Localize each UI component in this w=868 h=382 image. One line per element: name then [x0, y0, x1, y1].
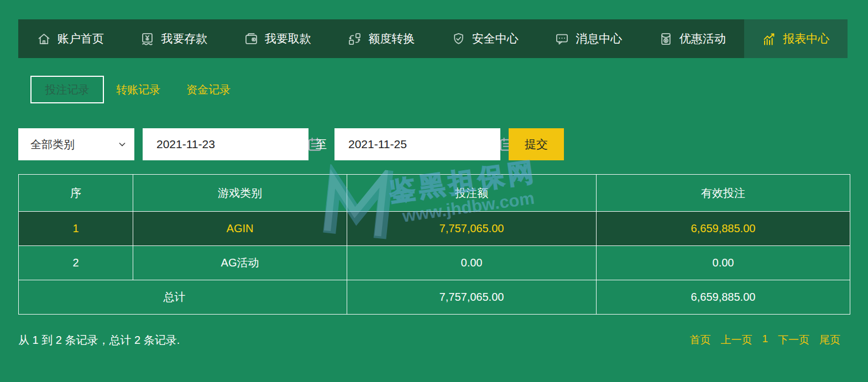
tab-label: 投注记录 [45, 82, 90, 97]
shield-check-icon [451, 32, 466, 46]
nav-item-security-center[interactable]: 安全中心 [433, 19, 537, 58]
main-nav: 账户首页 我要存款 我要取款 [18, 19, 848, 58]
home-icon [36, 32, 51, 46]
date-from-field [143, 128, 308, 160]
cell-index: 2 [19, 246, 133, 280]
nav-label: 报表中心 [783, 31, 829, 46]
total-bet-amount: 7,757,065.00 [347, 280, 597, 315]
tab-label: 资金记录 [186, 82, 231, 97]
withdraw-wallet-icon [244, 32, 259, 46]
cell-game-name[interactable]: AGIN [133, 212, 347, 246]
deposit-icon [140, 32, 155, 46]
bet-records-table: 序 游戏类别 投注额 有效投注 1 AGIN 7,757,065.00 6,65… [18, 174, 850, 315]
report-center-page: 账户首页 我要存款 我要取款 [0, 0, 868, 382]
nav-item-report-center[interactable]: 报表中心 [744, 19, 848, 58]
submit-button[interactable]: 提交 [509, 128, 564, 160]
transfer-swap-icon [347, 32, 362, 46]
nav-label: 安全中心 [472, 31, 519, 46]
table-header-row: 序 游戏类别 投注额 有效投注 [19, 175, 850, 212]
nav-label: 优惠活动 [679, 31, 726, 46]
nav-label: 账户首页 [57, 31, 104, 46]
total-label: 总计 [19, 280, 347, 315]
table-total-row: 总计 7,757,065.00 6,659,885.00 [19, 280, 850, 315]
total-valid-bet: 6,659,885.00 [597, 280, 850, 315]
nav-item-account-home[interactable]: 账户首页 [18, 19, 122, 58]
promo-packet-icon [658, 32, 673, 46]
category-select-wrap: 全部类别 [18, 128, 134, 160]
pagination-next[interactable]: 下一页 [778, 333, 809, 347]
date-to-field [334, 128, 500, 160]
records-summary: 从 1 到 2 条记录，总计 2 条记录. [18, 333, 180, 348]
filter-bar: 全部类别 至 提交 [0, 128, 868, 160]
date-to-input[interactable] [334, 138, 498, 151]
cell-valid-bet: 0.00 [597, 246, 850, 280]
tab-fund-records[interactable]: 资金记录 [186, 76, 231, 103]
table-row: 2 AG活动 0.00 0.00 [19, 246, 850, 280]
header-valid-bet: 有效投注 [597, 175, 850, 212]
tab-bet-records[interactable]: 投注记录 [30, 76, 104, 103]
pagination-prev[interactable]: 上一页 [720, 333, 752, 347]
nav-label: 额度转换 [368, 31, 415, 46]
nav-item-deposit[interactable]: 我要存款 [122, 19, 226, 58]
category-select[interactable]: 全部类别 [18, 128, 134, 160]
nav-label: 我要存款 [161, 31, 207, 46]
tab-transfer-records[interactable]: 转账记录 [116, 76, 160, 103]
cell-valid-bet: 6,659,885.00 [597, 212, 850, 246]
pagination: 首页 上一页 1 下一页 尾页 [689, 333, 840, 347]
cell-bet-amount: 7,757,065.00 [347, 212, 597, 246]
nav-item-quota-transfer[interactable]: 额度转换 [330, 19, 433, 58]
nav-item-promotions[interactable]: 优惠活动 [640, 19, 744, 58]
pagination-last[interactable]: 尾页 [819, 333, 840, 347]
cell-index: 1 [19, 212, 133, 246]
pagination-page-1[interactable]: 1 [762, 333, 768, 347]
cell-bet-amount: 0.00 [347, 246, 597, 280]
nav-label: 我要取款 [265, 31, 311, 46]
tab-label: 转账记录 [116, 82, 160, 97]
cell-game-name[interactable]: AG活动 [133, 246, 347, 280]
report-chart-icon [762, 32, 777, 46]
nav-label: 消息中心 [576, 31, 622, 46]
header-game-category: 游戏类别 [133, 175, 347, 212]
table-row: 1 AGIN 7,757,065.00 6,659,885.00 [19, 212, 850, 246]
date-from-input[interactable] [143, 138, 306, 151]
message-bubble-icon [555, 32, 569, 46]
nav-item-message-center[interactable]: 消息中心 [537, 19, 641, 58]
pagination-first[interactable]: 首页 [689, 333, 710, 347]
header-index: 序 [19, 175, 133, 212]
nav-item-withdraw[interactable]: 我要取款 [226, 19, 330, 58]
date-range-separator: 至 [316, 128, 327, 160]
header-bet-amount: 投注额 [347, 175, 597, 212]
